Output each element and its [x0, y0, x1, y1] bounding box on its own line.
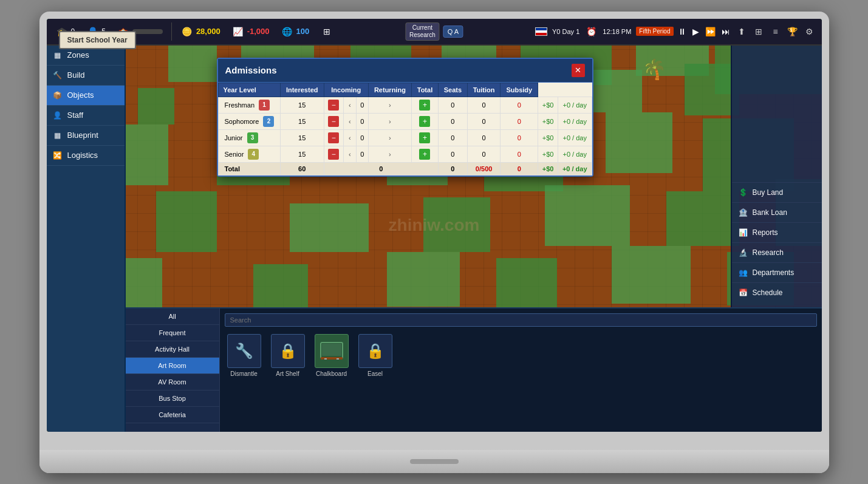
research-right-icon: 🔬: [738, 247, 749, 258]
sophomore-plus-btn[interactable]: +: [419, 116, 430, 127]
right-bank-loan[interactable]: 🏦 Bank Loan: [732, 202, 822, 222]
settings-icon[interactable]: ⚙: [802, 24, 817, 39]
upload-icon[interactable]: ⬆: [734, 24, 749, 39]
col-returning: Returning: [368, 83, 411, 97]
category-all[interactable]: All: [126, 308, 219, 325]
dialog-close-button[interactable]: ✕: [572, 64, 585, 77]
sophomore-plus[interactable]: +: [412, 113, 439, 129]
senior-minus-btn[interactable]: −: [328, 149, 339, 160]
right-buy-land[interactable]: 💲 Buy Land: [732, 182, 822, 202]
right-reports[interactable]: 📊 Reports: [732, 222, 822, 242]
senior-plus[interactable]: +: [412, 146, 439, 162]
senior-minus[interactable]: −: [324, 146, 343, 162]
admissions-title: Admissions: [225, 65, 277, 75]
clock-icon: ⏰: [584, 25, 598, 38]
globe-icon: 🌐: [281, 25, 294, 38]
category-bus-stop[interactable]: Bus Stop: [126, 390, 219, 407]
sidebar-label-build: Build: [67, 70, 85, 80]
faster-button[interactable]: ⏭: [720, 27, 732, 36]
trophy-icon[interactable]: 🏆: [785, 24, 800, 39]
staff-icon: 👤: [53, 111, 63, 120]
admissions-dialog: Admissions ✕ Year Level Interested Incom…: [217, 58, 593, 177]
category-art-room-label: Art Room: [158, 362, 186, 369]
departments-label: Departments: [753, 268, 795, 277]
pause-button[interactable]: ⏸: [676, 27, 688, 36]
category-frequent[interactable]: Frequent: [126, 325, 219, 341]
freshman-seats: 0: [501, 97, 538, 113]
freshman-arrow-r: ›: [368, 97, 411, 113]
category-activity-hall[interactable]: Activity Hall: [126, 341, 219, 358]
sidebar-item-objects[interactable]: 📦 Objects: [47, 86, 125, 106]
admissions-table: Year Level Interested Incoming Returning…: [218, 83, 592, 176]
sidebar-label-blueprint: Blueprint: [67, 131, 98, 140]
art-shelf-icon-box: 🔒: [271, 334, 305, 368]
fast-button[interactable]: ⏩: [703, 27, 717, 36]
object-easel[interactable]: 🔒 Easel: [356, 332, 395, 380]
object-chalkboard[interactable]: Chalkboard: [312, 332, 351, 380]
sophomore-minus-btn[interactable]: −: [328, 116, 339, 127]
search-input[interactable]: [225, 313, 817, 327]
trend-value: -1,000: [247, 27, 270, 36]
sidebar-item-blueprint[interactable]: ▦ Blueprint: [47, 126, 125, 146]
dismantle-icon-box: 🔧: [227, 334, 261, 368]
qa-button[interactable]: Q A: [443, 26, 463, 38]
table-row-sophomore: Sophomore 2 15 − ‹ 0 › + 0 0: [218, 113, 592, 129]
chalkboard-svg: [320, 341, 344, 361]
top-bar: 🎓 0 👤 5 🏫 🪙 28,000: [47, 19, 822, 46]
freshman-label: Freshman 1: [218, 97, 280, 113]
freshman-subsidy: +0 / day: [558, 97, 592, 113]
freshman-tuition: +$0: [538, 97, 558, 113]
freshman-minus[interactable]: −: [324, 97, 343, 113]
senior-incoming-val: 0: [357, 146, 369, 162]
sophomore-minus[interactable]: −: [324, 113, 343, 129]
senior-plus-btn[interactable]: +: [419, 149, 430, 160]
category-art-room[interactable]: Art Room: [126, 358, 219, 374]
sidebar-label-zones: Zones: [67, 50, 89, 60]
sophomore-total: 0: [467, 113, 501, 129]
table-row-freshman: Freshman 1 15 − ‹ 0 › + 0 0: [218, 97, 592, 113]
topbar-globe: 🌐 100: [277, 24, 313, 39]
table-row-total: Total 60 0 0 0/500 0 +$0 +0 / day: [218, 162, 592, 175]
junior-minus[interactable]: −: [324, 129, 343, 146]
topbar-right: Y0 Day 1 ⏰ 12:18 PM Fifth Period ⏸ ▶ ⏩ ⏭…: [535, 24, 816, 39]
chalkboard-icon-box: [315, 334, 349, 368]
laptop-base: [39, 450, 829, 473]
schedule-icon: 📅: [738, 287, 749, 298]
objects-grid: 🔧 Dismantle 🔒 Art Shelf: [225, 332, 817, 380]
menu-icon[interactable]: ≡: [768, 24, 783, 39]
junior-minus-btn[interactable]: −: [328, 132, 339, 143]
right-departments[interactable]: 👥 Departments: [732, 262, 822, 282]
laptop-screen: 🎓 0 👤 5 🏫 🪙 28,000: [47, 19, 822, 432]
freshman-plus-btn[interactable]: +: [419, 100, 430, 111]
freshman-minus-btn[interactable]: −: [328, 100, 339, 111]
research-button[interactable]: Current Research: [405, 22, 440, 41]
objects-panel: 🔧 Dismantle 🔒 Art Shelf: [220, 308, 822, 432]
right-schedule[interactable]: 📅 Schedule: [732, 282, 822, 302]
junior-arrow-r: ›: [368, 129, 411, 146]
category-cafeteria[interactable]: Cafeteria: [126, 407, 219, 423]
period-badge: Fifth Period: [636, 27, 673, 36]
left-sidebar: ▦ Zones 🔨 Build 📦 Objects 👤 Staff ▦: [47, 46, 126, 432]
time-display: 12:18 PM: [600, 28, 634, 35]
sidebar-label-objects: Objects: [67, 90, 94, 100]
category-cafeteria-label: Cafeteria: [159, 411, 186, 418]
junior-tuition: +$0: [538, 129, 558, 146]
total-label: Total: [218, 162, 280, 175]
play-button[interactable]: ▶: [691, 27, 701, 36]
junior-plus-btn[interactable]: +: [419, 132, 430, 143]
category-av-room[interactable]: AV Room: [126, 374, 219, 390]
sidebar-item-build[interactable]: 🔨 Build: [47, 66, 125, 86]
buy-land-icon: 💲: [738, 187, 749, 198]
junior-plus[interactable]: +: [412, 129, 439, 146]
category-all-label: All: [168, 313, 176, 320]
sidebar-item-logistics[interactable]: 🔀 Logistics: [47, 146, 125, 166]
object-dismantle[interactable]: 🔧 Dismantle: [225, 332, 264, 380]
freshman-plus[interactable]: +: [412, 97, 439, 113]
object-art-shelf[interactable]: 🔒 Art Shelf: [268, 332, 307, 380]
dialog-title-bar: Admissions ✕: [218, 59, 592, 83]
start-school-year-button[interactable]: Start School Year: [59, 31, 136, 49]
right-research[interactable]: 🔬 Research: [732, 242, 822, 262]
layout-icon[interactable]: ⊞: [751, 24, 766, 39]
sidebar-item-staff[interactable]: 👤 Staff: [47, 106, 125, 126]
coin-icon: 🪙: [180, 25, 194, 38]
